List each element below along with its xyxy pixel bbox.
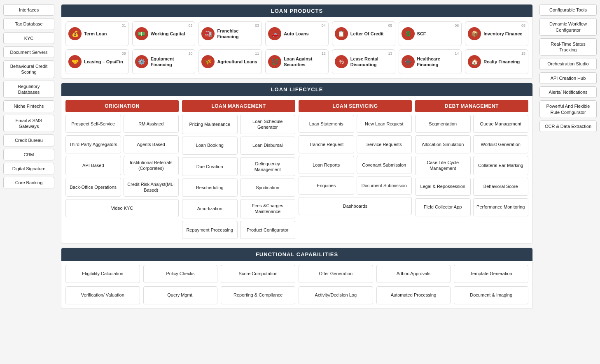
func-cell[interactable]: Automated Processing bbox=[376, 286, 451, 304]
right-sidebar-item[interactable]: Dynamic Workflow Configurator bbox=[539, 18, 597, 36]
card-icon: 🏭 bbox=[201, 27, 215, 40]
func-cell[interactable]: Query Mgmt. bbox=[143, 286, 218, 304]
loan-product-card[interactable]: 10 ⚙️ Equipment Financing bbox=[132, 49, 196, 74]
lifecycle-cell[interactable]: Loan Reports bbox=[299, 156, 354, 174]
func-cell[interactable]: Reporting & Compliance bbox=[221, 286, 295, 304]
loan-product-card[interactable]: 12 💱 Loan Against Securities bbox=[265, 49, 329, 74]
sidebar-item[interactable]: Email & SMS Gateways bbox=[3, 115, 54, 132]
lifecycle-cell[interactable]: Credit Risk Analyst(ML-Based) bbox=[124, 178, 179, 197]
lifecycle-cell[interactable]: Tranche Request bbox=[299, 135, 354, 153]
lifecycle-cell[interactable]: Pricing Maintenance bbox=[182, 115, 238, 134]
sidebar-item[interactable]: Behavioural Credit Scoring bbox=[3, 60, 54, 78]
lifecycle-cell[interactable]: Collateral Ear-Marking bbox=[473, 156, 529, 175]
lifecycle-cell[interactable]: Dashboards bbox=[299, 197, 412, 215]
sidebar-item[interactable]: Tax Database bbox=[3, 18, 54, 30]
sidebar-item[interactable]: Niche Fintechs bbox=[3, 100, 54, 112]
card-label: Term Loan bbox=[84, 31, 107, 37]
lifecycle-cell[interactable]: Third-Party Aggregators bbox=[65, 135, 121, 153]
lifecycle-cell[interactable]: New Loan Request bbox=[357, 115, 412, 133]
lifecycle-cell[interactable]: Loan Disbursal bbox=[240, 137, 296, 155]
sidebar-item[interactable]: Document Servers bbox=[3, 46, 54, 58]
sidebar-item[interactable]: Digital Signature bbox=[3, 163, 54, 174]
func-cell[interactable]: Eligibility Calculation bbox=[65, 265, 140, 283]
right-sidebar-item[interactable]: Real-Time Status Tracking bbox=[539, 38, 597, 56]
card-icon: 💵 bbox=[135, 27, 148, 40]
right-sidebar-item[interactable]: Configurable Tools bbox=[539, 4, 597, 16]
lifecycle-cell[interactable]: Behavioral Score bbox=[473, 178, 529, 196]
right-sidebar-item[interactable]: OCR & Data Extraction bbox=[539, 121, 597, 132]
func-cell[interactable]: Policy Checks bbox=[143, 265, 218, 283]
func-cell[interactable]: Verification/ Valuation bbox=[65, 286, 140, 304]
lifecycle-cell[interactable]: Queue Management bbox=[473, 115, 529, 133]
card-number: 15 bbox=[521, 51, 525, 56]
loan-product-card[interactable]: 09 🤝 Leasing – Ops/Fin bbox=[65, 49, 129, 74]
right-sidebar-item[interactable]: Orchestration Studio bbox=[539, 58, 597, 70]
lifecycle-cell[interactable]: Document Submission bbox=[357, 176, 412, 195]
lifecycle-cell[interactable]: RM Assisted bbox=[124, 115, 179, 133]
lifecycle-cell[interactable]: API-Based bbox=[65, 156, 121, 175]
lifecycle-cell[interactable]: Fees &Charges Maintenance bbox=[240, 199, 296, 218]
loan-product-card[interactable]: 02 💵 Working Capital bbox=[132, 21, 196, 46]
loan-lifecycle-section: LOAN LIFECYCLE ORIGINATIONProspect Self-… bbox=[61, 83, 533, 243]
right-sidebar-item[interactable]: Powerful And Flexible Rule Configurator bbox=[539, 100, 597, 118]
card-label: Agricultural Loans bbox=[217, 59, 257, 65]
func-cell[interactable]: Template Generation bbox=[454, 265, 528, 283]
lifecycle-cell[interactable]: Prospect Self-Service bbox=[65, 115, 121, 133]
lifecycle-cell[interactable]: Field Collector App bbox=[415, 198, 471, 216]
lifecycle-cell[interactable]: Loan Booking bbox=[182, 137, 238, 155]
lifecycle-cell[interactable]: Service Requests bbox=[357, 135, 412, 153]
loan-product-card[interactable]: 08 📦 Inventory Finance bbox=[465, 21, 528, 46]
loan-product-card[interactable]: 05 📋 Letter Of Credit bbox=[332, 21, 395, 46]
lifecycle-cell[interactable]: Repayment Processing bbox=[182, 221, 238, 239]
lifecycle-cell[interactable]: Covenant Submission bbox=[357, 156, 412, 174]
loan-product-card[interactable]: 06 💲 SCF bbox=[399, 21, 462, 46]
lifecycle-cell[interactable]: Loan Statements bbox=[299, 115, 354, 133]
lifecycle-cell[interactable]: Case Life-Cycle Management bbox=[415, 156, 471, 175]
func-cell[interactable]: Document & Imaging bbox=[454, 286, 528, 304]
sidebar-item[interactable]: CRM bbox=[3, 149, 54, 160]
lifecycle-cell[interactable]: Segmentation bbox=[415, 115, 471, 133]
lifecycle-cell[interactable]: Institutional Referrals (Corporates) bbox=[124, 156, 179, 175]
lifecycle-cell[interactable]: Rescheduling bbox=[182, 179, 238, 197]
right-sidebar-item[interactable]: Alerts/ Notifications bbox=[539, 86, 597, 98]
lifecycle-cell[interactable]: Back-Office Operations bbox=[65, 178, 121, 197]
loan-product-card[interactable]: 04 🚗 Auto Loans bbox=[265, 21, 329, 46]
lifecycle-cell[interactable]: Agents Based bbox=[124, 135, 179, 153]
lifecycle-cell[interactable]: Loan Schedule Generator bbox=[240, 115, 296, 134]
card-label: Inventory Finance bbox=[483, 31, 522, 37]
func-cell[interactable]: Adhoc Approvals bbox=[376, 265, 451, 283]
lifecycle-cell[interactable]: Legal & Repossession bbox=[415, 178, 471, 196]
lifecycle-cell[interactable]: Amortization bbox=[182, 199, 238, 218]
card-label: SCF bbox=[417, 31, 426, 37]
func-cell[interactable]: Score Computation bbox=[221, 265, 295, 283]
sidebar-item[interactable]: Interfaces bbox=[3, 4, 54, 16]
sidebar-item[interactable]: Core Banking bbox=[3, 177, 54, 188]
func-cell[interactable]: Activity/Decision Log bbox=[299, 286, 373, 304]
loan-product-card[interactable]: 03 🏭 Franchise Financing bbox=[198, 21, 262, 46]
lifecycle-cell[interactable]: Video KYC bbox=[65, 199, 179, 217]
loan-product-card[interactable]: 13 % Lease Rental Discounting bbox=[332, 49, 395, 74]
lifecycle-cell-row: Third-Party AggregatorsAgents Based bbox=[65, 135, 179, 153]
main-content: LOAN PRODUCTS 01 💰 Term Loan 02 💵 Workin… bbox=[58, 0, 536, 364]
sidebar-item[interactable]: Regulatory Databases bbox=[3, 81, 54, 98]
lifecycle-cell[interactable]: Syndication bbox=[240, 179, 296, 197]
lifecycle-cell[interactable]: Product Configurator bbox=[240, 221, 296, 239]
sidebar-item[interactable]: Credit Bureau bbox=[3, 134, 54, 146]
lifecycle-cell[interactable]: Worklist Generation bbox=[473, 135, 529, 153]
lifecycle-col-header: LOAN MANAGEMENT bbox=[182, 100, 295, 112]
card-icon: % bbox=[335, 55, 348, 68]
loan-product-card[interactable]: 11 🌾 Agricultural Loans bbox=[198, 49, 262, 74]
lifecycle-cell[interactable]: Enquiries bbox=[299, 176, 354, 195]
lifecycle-cell[interactable]: Allocation Simulation bbox=[415, 135, 471, 153]
loan-products-header: LOAN PRODUCTS bbox=[61, 5, 532, 17]
lifecycle-cell[interactable]: Due Creation bbox=[182, 157, 238, 176]
lifecycle-cell[interactable]: Delinquency Management bbox=[240, 157, 296, 176]
loan-product-card[interactable]: 01 💰 Term Loan bbox=[65, 21, 129, 46]
loan-product-card[interactable]: 15 🏠 Realty Financing bbox=[465, 49, 528, 74]
card-number: 11 bbox=[255, 51, 259, 56]
lifecycle-cell[interactable]: Performance Monitoring bbox=[473, 198, 529, 216]
right-sidebar-item[interactable]: API Creation Hub bbox=[539, 72, 597, 84]
loan-product-card[interactable]: 14 ➕ Healthcare Financing bbox=[399, 49, 462, 74]
func-cell[interactable]: Offer Generation bbox=[299, 265, 373, 283]
sidebar-item[interactable]: KYC bbox=[3, 32, 54, 44]
